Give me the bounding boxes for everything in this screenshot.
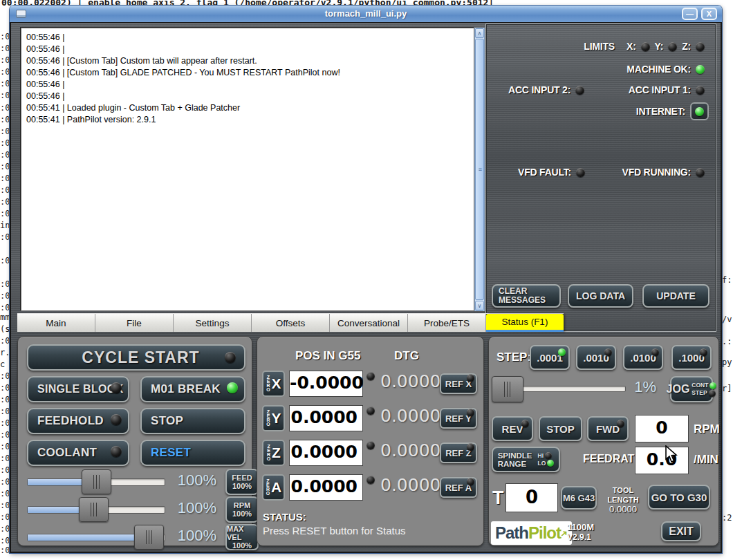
ref-led — [467, 409, 474, 416]
limit-z-label: Z: — [682, 41, 691, 52]
minimize-button[interactable]: — — [682, 8, 698, 20]
step-size-button[interactable]: .1000 — [671, 345, 712, 370]
zero-x-button[interactable]: ZERO X — [262, 371, 285, 397]
override-reset-button[interactable]: MAX VEL 100% — [225, 524, 259, 550]
spindle-label-2: RANGE — [498, 460, 527, 468]
dro-position-field[interactable]: 0.0000 — [289, 440, 363, 466]
spindle-rev-button[interactable]: REV — [492, 416, 533, 441]
slider-handle[interactable] — [79, 497, 109, 522]
tool-number-field[interactable]: 0 — [505, 483, 558, 512]
terminal-text-fragment: :0 — [0, 465, 10, 475]
reset-button[interactable]: RESET — [140, 440, 245, 466]
tab-file[interactable]: File — [95, 314, 174, 332]
spindle-fwd-button[interactable]: FWD — [587, 416, 629, 441]
terminal-text-fragment: :0 — [0, 150, 10, 160]
terminal-text-fragment: :0 — [0, 79, 10, 88]
m01-break-button[interactable]: M01 BREAK — [140, 376, 245, 402]
close-button[interactable]: X — [701, 8, 717, 20]
coolant-button[interactable]: COOLANT — [27, 440, 129, 466]
tab-status-f1-[interactable]: Status (F1) — [486, 314, 564, 332]
spindle-stop-button[interactable]: STOP — [539, 416, 582, 441]
zero-label: ZERO — [266, 479, 270, 496]
log-scrollbar[interactable]: ∧ ≡ ∨ — [474, 28, 485, 311]
override-slider-row: 100% FEED 100% — [27, 469, 250, 495]
tab-offsets[interactable]: Offsets — [252, 314, 330, 332]
dtg-value: 0.0000 — [380, 406, 434, 426]
scroll-up-icon[interactable]: ∧ — [475, 28, 484, 38]
cycle-start-button[interactable]: CYCLE START — [27, 344, 245, 371]
single-block-button[interactable]: SINGLE BLOCK — [27, 376, 129, 402]
dro-position-field[interactable]: -0.0000 — [289, 371, 363, 397]
override-reset-button[interactable]: RPM 100% — [225, 496, 259, 523]
feedrate-field[interactable]: 0.0 — [635, 447, 689, 474]
log-data-button[interactable]: LOG DATA — [568, 284, 633, 308]
dro-position-field[interactable]: 0.0000 — [289, 474, 363, 501]
scrollbar-thumb[interactable]: ≡ — [475, 39, 484, 300]
terminal-text-fragment: (s — [0, 324, 10, 334]
machine-ok-led — [696, 65, 705, 74]
terminal-text-fragment: :0 — [0, 536, 10, 545]
stop-button[interactable]: STOP — [140, 408, 245, 434]
ref-led — [467, 478, 474, 485]
reset-label: RESET — [151, 446, 191, 460]
internet-led-box[interactable] — [690, 102, 709, 120]
jog-mode-button[interactable]: JOG CONT STEP — [670, 376, 713, 402]
update-button[interactable]: UPDATE — [642, 284, 709, 308]
zero-y-button[interactable]: ZERO Y — [262, 405, 285, 431]
override-slider-row: 100% RPM 100% — [27, 496, 250, 523]
tab-settings[interactable]: Settings — [174, 314, 252, 332]
status-message: Press RESET button for Status — [263, 525, 405, 536]
step-size-led — [700, 348, 707, 356]
message-log[interactable]: 00:55:46 |00:55:46 |00:55:46 | [Custom T… — [21, 28, 474, 311]
ref-a-button[interactable]: REF A — [440, 477, 477, 498]
terminal-text-fragment: :0 — [0, 303, 10, 312]
window-titlebar[interactable]: tormach_mill_ui.py — X — [10, 6, 722, 22]
internet-label: INTERNET: — [636, 106, 685, 117]
dro-position-field[interactable]: 0.0000 — [289, 405, 363, 431]
terminal-text-fragment: :0 — [0, 383, 10, 393]
zero-a-button[interactable]: ZERO A — [262, 474, 285, 501]
terminal-text-fragment: :0 — [0, 407, 10, 416]
tool-length-label: TOOL LENGTH — [607, 486, 638, 504]
zero-z-button[interactable]: ZERO Z — [262, 440, 285, 466]
jog-step-label: STEP — [692, 390, 707, 396]
spindle-range-button[interactable]: SPINDLE RANGE HI LO — [492, 447, 560, 472]
step-size-button[interactable]: .0001 — [530, 345, 570, 370]
terminal-text-fragment: r. — [0, 348, 10, 357]
terminal-text-fragment: :0 — [0, 442, 10, 451]
terminal-text-fragment: :0 — [0, 430, 10, 440]
jog-slider-handle[interactable] — [492, 376, 523, 402]
go-to-g30-button[interactable]: GO TO G30 — [648, 485, 710, 510]
rpm-label: RPM — [694, 422, 720, 436]
step-size-button[interactable]: .0010 — [576, 345, 616, 370]
m6-g43-button[interactable]: M6 G43 — [561, 486, 597, 510]
override-reset-button[interactable]: FEED 100% — [225, 469, 259, 495]
tab-main[interactable]: Main — [17, 314, 95, 332]
vfd-running-led — [696, 168, 705, 177]
ref-z-button[interactable]: REF Z — [440, 442, 477, 463]
terminal-text-fragment: :0 — [0, 197, 10, 207]
step-label: STEP: — [497, 351, 531, 364]
status-panel: LIMITS X: Y: Z: MACHINE OK: ACC INPUT 2:… — [485, 24, 716, 332]
tab-conversational[interactable]: Conversational — [330, 314, 408, 332]
slider-percent-value: 100% — [172, 527, 216, 545]
slider-handle[interactable] — [134, 525, 164, 550]
brand-pilot: Pilot — [528, 523, 561, 543]
scroll-down-icon[interactable]: ∨ — [475, 301, 484, 310]
feedhold-button[interactable]: FEEDHOLD — [27, 408, 129, 434]
slider-handle[interactable] — [82, 469, 111, 494]
exit-button[interactable]: EXIT — [661, 521, 701, 541]
ref-x-button[interactable]: REF X — [440, 373, 477, 394]
ref-y-button[interactable]: REF Y — [440, 408, 477, 429]
log-line: 00:55:46 | — [26, 91, 469, 102]
slider-percent-value: 100% — [172, 472, 216, 489]
m01-break-led — [227, 382, 238, 393]
terminal-text-fragment: .: — [722, 337, 732, 346]
rpm-field[interactable]: 0 — [635, 415, 689, 442]
window-title: tormach_mill_ui.py — [10, 8, 722, 19]
step-size-button[interactable]: .0100 — [623, 345, 663, 370]
spindle-hi-label: HI — [538, 453, 544, 459]
tool-length-value: 0.0000 — [609, 504, 637, 514]
tab-probe-ets[interactable]: Probe/ETS — [408, 314, 486, 332]
clear-messages-button[interactable]: CLEAR MESSAGES — [492, 284, 561, 308]
